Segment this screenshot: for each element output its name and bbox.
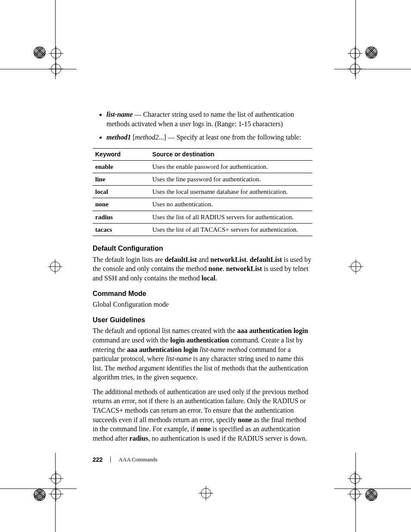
registration-mark-icon [351, 261, 361, 272]
registration-mark-icon [350, 48, 360, 59]
page-number: 222 [93, 456, 103, 463]
registration-mark-icon [365, 47, 377, 59]
registration-mark-icon [201, 488, 211, 498]
crop-line [334, 69, 411, 69]
registration-mark-icon [51, 64, 61, 74]
registration-mark-icon [350, 473, 360, 484]
page: list-name — Character string used to nam… [0, 0, 411, 532]
table-header-row: Keyword Source or destination [93, 148, 312, 160]
crop-line [0, 69, 77, 69]
table-row: tacacsUses the list of all TACACS+ serve… [93, 223, 312, 236]
parameter-list: list-name — Character string used to nam… [93, 110, 312, 142]
section-body: The additional methods of authentication… [93, 387, 312, 443]
page-footer: 222 AAA Commands [93, 456, 157, 463]
param-term: list-name [106, 111, 133, 118]
keyword-table: Keyword Source or destination enableUses… [93, 148, 312, 236]
registration-mark-icon [350, 64, 360, 74]
section-heading: Command Mode [93, 289, 312, 299]
registration-mark-icon [350, 489, 360, 499]
section-body: The default login lists are defaultList … [93, 255, 312, 283]
param-term: method1 [106, 134, 131, 141]
registration-mark-icon [34, 47, 46, 59]
content-area: list-name — Character string used to nam… [93, 110, 312, 448]
table-header: Source or destination [150, 148, 312, 160]
section-body: Global Configuration mode [93, 300, 312, 309]
section-heading: User Guidelines [93, 315, 312, 325]
registration-mark-icon [50, 261, 60, 272]
table-header: Keyword [93, 148, 150, 160]
registration-mark-icon [34, 489, 46, 501]
table-row: localUses the local username database fo… [93, 186, 312, 198]
registration-mark-icon [51, 48, 61, 59]
footer-section: AAA Commands [118, 456, 157, 463]
param-desc: Specify at least one from the following … [177, 134, 301, 141]
registration-mark-icon [51, 473, 61, 484]
list-item: list-name — Character string used to nam… [106, 110, 312, 128]
registration-mark-icon [365, 489, 377, 501]
footer-divider [110, 457, 111, 463]
list-item: method1 [method2...] — Specify at least … [106, 133, 312, 142]
table-row: lineUses the line password for authentic… [93, 173, 312, 185]
table-row: noneUses no authentication. [93, 198, 312, 211]
table-row: radiusUses the list of all RADIUS server… [93, 211, 312, 223]
section-heading: Default Configuration [93, 244, 312, 253]
table-row: enableUses the enable password for authe… [93, 160, 312, 173]
registration-mark-icon [51, 489, 61, 499]
section-body: The default and optional list names crea… [93, 326, 312, 382]
